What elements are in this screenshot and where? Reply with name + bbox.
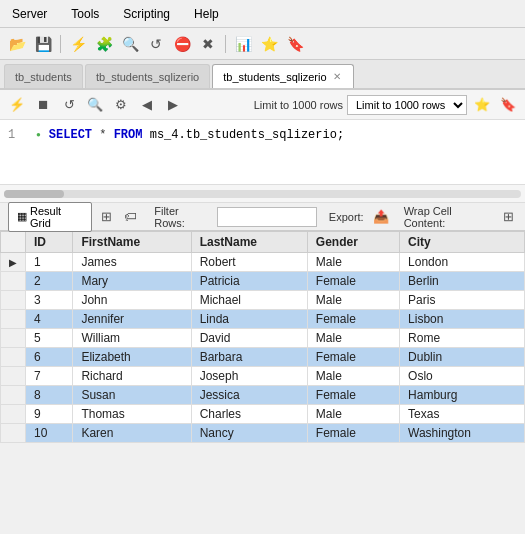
tab-label: tb_students_sqlizerio	[223, 71, 326, 83]
schema-button[interactable]: 📊	[232, 33, 254, 55]
row-indicator	[1, 348, 26, 367]
stop-button[interactable]: ⛔	[171, 33, 193, 55]
tab-close-icon[interactable]: ✕	[331, 71, 343, 82]
row-indicator	[1, 424, 26, 443]
menu-help[interactable]: Help	[190, 5, 223, 23]
filter-input[interactable]	[217, 207, 317, 227]
cell-firstname: Thomas	[73, 405, 191, 424]
open-button[interactable]: 📂	[6, 33, 28, 55]
back-query-button[interactable]: ◀	[136, 94, 158, 116]
form-view-button[interactable]: ⊞	[98, 208, 115, 225]
toolbar-separator-2	[225, 35, 226, 53]
cell-lastname: Linda	[191, 310, 307, 329]
limit-dropdown[interactable]: Limit to 1000 rows Don't Limit Limit to …	[347, 95, 467, 115]
export-button[interactable]: 📤	[370, 208, 392, 225]
col-header-firstname[interactable]: FirstName	[73, 232, 191, 253]
result-grid-label: Result Grid	[30, 205, 83, 229]
sql-editor[interactable]: 1 ● SELECT * FROM ms_4.tb_students_sqliz…	[0, 120, 525, 185]
nav-button[interactable]: 🔖	[284, 33, 306, 55]
cell-lastname: Michael	[191, 291, 307, 310]
cell-city: Dublin	[400, 348, 525, 367]
cell-firstname: Richard	[73, 367, 191, 386]
table-row[interactable]: 4JenniferLindaFemaleLisbon	[1, 310, 525, 329]
search-query-button[interactable]: 🔍	[84, 94, 106, 116]
menu-tools[interactable]: Tools	[67, 5, 103, 23]
star-button[interactable]: ⭐	[258, 33, 280, 55]
cell-city: Hamburg	[400, 386, 525, 405]
cell-id: 9	[26, 405, 73, 424]
save-button[interactable]: 💾	[32, 33, 54, 55]
cell-id: 4	[26, 310, 73, 329]
cell-id: 10	[26, 424, 73, 443]
execute-button[interactable]: ⚡	[67, 33, 89, 55]
table-row[interactable]: 6ElizabethBarbaraFemaleDublin	[1, 348, 525, 367]
col-header-indicator	[1, 232, 26, 253]
table-row[interactable]: 10KarenNancyFemaleWashington	[1, 424, 525, 443]
col-header-city[interactable]: City	[400, 232, 525, 253]
cell-gender: Female	[307, 386, 399, 405]
wrap-cell-label: Wrap Cell Content:	[404, 205, 494, 229]
nav-query-button[interactable]: 🔖	[497, 94, 519, 116]
cell-firstname: James	[73, 253, 191, 272]
menu-scripting[interactable]: Scripting	[119, 5, 174, 23]
explain-button[interactable]: 🧩	[93, 33, 115, 55]
menubar: Server Tools Scripting Help	[0, 0, 525, 28]
table-row[interactable]: 3JohnMichaelMaleParis	[1, 291, 525, 310]
table-row[interactable]: 7RichardJosephMaleOslo	[1, 367, 525, 386]
stop-query-button[interactable]: ⏹	[32, 94, 54, 116]
data-table: ID FirstName LastName Gender City ▶1Jame…	[0, 231, 525, 443]
horizontal-scrollbar[interactable]	[0, 185, 525, 203]
tab-label: tb_students_sqlizerio	[96, 71, 199, 83]
cell-id: 6	[26, 348, 73, 367]
cell-lastname: Nancy	[191, 424, 307, 443]
cell-lastname: Robert	[191, 253, 307, 272]
table-row[interactable]: 5WilliamDavidMaleRome	[1, 329, 525, 348]
cell-lastname: Joseph	[191, 367, 307, 386]
settings-query-button[interactable]: ⚙	[110, 94, 132, 116]
cell-firstname: Jennifer	[73, 310, 191, 329]
tab-tb-students-sqlizerio-2[interactable]: tb_students_sqlizerio ✕	[212, 64, 353, 88]
refresh-button[interactable]: ↺	[145, 33, 167, 55]
cell-firstname: John	[73, 291, 191, 310]
cancel-button[interactable]: ✖	[197, 33, 219, 55]
export-label: Export:	[329, 211, 364, 223]
scroll-thumb[interactable]	[4, 190, 64, 198]
cell-lastname: Charles	[191, 405, 307, 424]
field-types-button[interactable]: 🏷	[121, 208, 140, 225]
cell-city: Oslo	[400, 367, 525, 386]
result-grid-tab[interactable]: ▦ Result Grid	[8, 202, 92, 232]
cell-firstname: Elizabeth	[73, 348, 191, 367]
tab-tb-students[interactable]: tb_students	[4, 64, 83, 88]
cell-gender: Female	[307, 424, 399, 443]
table-row[interactable]: ▶1JamesRobertMaleLondon	[1, 253, 525, 272]
table-row[interactable]: 8SusanJessicaFemaleHamburg	[1, 386, 525, 405]
cell-city: Lisbon	[400, 310, 525, 329]
refresh-query-button[interactable]: ↺	[58, 94, 80, 116]
col-header-lastname[interactable]: LastName	[191, 232, 307, 253]
run-query-button[interactable]: ⚡	[6, 94, 28, 116]
table-row[interactable]: 2MaryPatriciaFemaleBerlin	[1, 272, 525, 291]
scroll-track[interactable]	[4, 190, 521, 198]
cell-city: Texas	[400, 405, 525, 424]
sql-content[interactable]: SELECT * FROM ms_4.tb_students_sqlizerio…	[49, 126, 344, 144]
tab-label: tb_students	[15, 71, 72, 83]
cell-city: Rome	[400, 329, 525, 348]
star-query-button[interactable]: ⭐	[471, 94, 493, 116]
data-table-wrapper[interactable]: ID FirstName LastName Gender City ▶1Jame…	[0, 231, 525, 443]
table-row[interactable]: 9ThomasCharlesMaleTexas	[1, 405, 525, 424]
current-row-arrow: ▶	[9, 257, 17, 268]
filter-rows-label: Filter Rows:	[154, 205, 211, 229]
tab-tb-students-sqlizerio-1[interactable]: tb_students_sqlizerio	[85, 64, 210, 88]
wrap-content-button[interactable]: ⊞	[500, 208, 517, 225]
toolbar-separator-1	[60, 35, 61, 53]
forward-query-button[interactable]: ▶	[162, 94, 184, 116]
cell-gender: Female	[307, 272, 399, 291]
row-indicator	[1, 329, 26, 348]
cell-lastname: David	[191, 329, 307, 348]
limit-select-container: Limit to 1000 rows Limit to 1000 rows Do…	[254, 94, 519, 116]
search-button[interactable]: 🔍	[119, 33, 141, 55]
menu-server[interactable]: Server	[8, 5, 51, 23]
cell-id: 7	[26, 367, 73, 386]
col-header-gender[interactable]: Gender	[307, 232, 399, 253]
col-header-id[interactable]: ID	[26, 232, 73, 253]
